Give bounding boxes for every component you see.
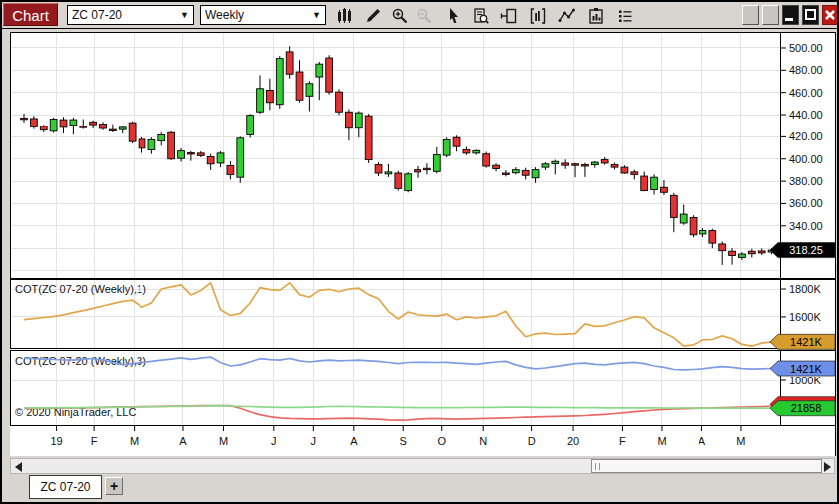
x-axis-label: N [479, 435, 487, 447]
price-axis-label: 480.00 [789, 64, 823, 76]
candle-body [453, 137, 460, 146]
close-button[interactable] [822, 5, 839, 25]
x-axis-label: J [311, 435, 317, 447]
candle-body [748, 251, 755, 254]
chart-style-icon[interactable] [332, 5, 356, 26]
candle-body [187, 153, 194, 154]
candle-body [21, 118, 28, 119]
zoom-out-icon [413, 5, 436, 26]
x-axis-label: A [699, 435, 706, 447]
candle-body [739, 254, 746, 257]
candle-body [129, 123, 136, 141]
x-axis-label: O [437, 435, 446, 447]
horizontal-scrollbar[interactable] [10, 458, 835, 474]
candle-body [30, 119, 37, 126]
candle-body [40, 126, 47, 130]
chevron-down-icon: ▼ [312, 10, 321, 20]
candle-body [286, 52, 293, 74]
blank-window-button [762, 5, 779, 25]
price-axis-label: 440.00 [789, 109, 823, 121]
candle-body [316, 64, 323, 77]
chart-window: Chart ZC 07-20 ▼ Weekly ▼ [0, 0, 839, 504]
cot1-axis-label: 1600K [789, 311, 821, 323]
candle-body [503, 173, 510, 174]
candle-body [651, 177, 658, 189]
data-box-icon[interactable] [469, 5, 493, 26]
candle-body [158, 134, 165, 140]
zoom-in-icon[interactable] [388, 5, 412, 26]
x-axis-label: J [271, 435, 277, 447]
instrument-dropdown[interactable]: ZC 07-20 ▼ [67, 5, 194, 25]
candle-body [542, 164, 549, 167]
candle-body [424, 168, 431, 169]
candle-body [572, 164, 579, 165]
thumb-grip-icon [595, 463, 600, 470]
candle-body [591, 162, 598, 165]
candle-body [631, 172, 638, 175]
candle-body [758, 251, 765, 253]
x-axis-label: 20 [567, 435, 579, 447]
cot3-axis-label: 1000K [789, 375, 821, 386]
candle-body [80, 126, 87, 127]
candle-body [512, 170, 519, 173]
candle-body [50, 120, 57, 131]
candle-body [483, 154, 490, 166]
candle-body [207, 157, 214, 164]
draw-pencil-icon[interactable] [361, 5, 385, 26]
candle-body [237, 138, 244, 177]
candle-body [719, 244, 726, 251]
candle-body [709, 231, 716, 244]
candle-body [168, 132, 175, 159]
candle-body [257, 89, 264, 112]
x-axis-label: M [736, 435, 745, 447]
candle-body [276, 59, 283, 105]
candle-body [139, 139, 145, 148]
candle-body [552, 161, 559, 163]
x-axis-label: M [130, 435, 139, 447]
candle-body [385, 172, 392, 174]
candle-body [355, 113, 362, 128]
scrollbar-thumb[interactable] [591, 459, 822, 473]
cot1-axis-label: 1800K [789, 283, 821, 295]
candle-body [433, 155, 440, 172]
chart-trader-icon[interactable] [497, 5, 521, 26]
scroll-left-icon[interactable] [15, 462, 22, 472]
x-axis-label: S [400, 435, 407, 447]
tab-zc-07-20[interactable]: ZC 07-20 [29, 475, 102, 499]
cot3-blue-marker-label: 1421K [790, 363, 822, 375]
candle-body [670, 195, 677, 217]
x-axis-label: D [528, 435, 536, 447]
candle-body [70, 120, 77, 126]
candle-body [582, 165, 589, 166]
x-axis-label: M [657, 435, 666, 447]
candle-body [493, 165, 500, 168]
chart-area[interactable]: COT(ZC 07-20 (Weekly),1)COT(ZC 07-20 (We… [2, 2, 839, 458]
tab-bar: ZC 07-20 + [2, 474, 837, 502]
period-dropdown-value: Weekly [205, 8, 308, 22]
candle-body [415, 170, 421, 172]
candle-body [60, 120, 67, 127]
cursor-icon[interactable] [442, 5, 466, 26]
x-axis-label: 19 [50, 435, 62, 447]
candle-body [699, 231, 706, 234]
add-tab-button[interactable]: + [105, 477, 123, 495]
scroll-right-icon[interactable] [824, 462, 831, 472]
last-price-marker-label: 318.25 [789, 244, 823, 256]
candle-body [532, 170, 539, 178]
minimize-button[interactable] [782, 5, 799, 25]
properties-icon[interactable] [584, 5, 608, 26]
window-title: Chart [3, 3, 58, 26]
candle-body [267, 90, 274, 102]
cot1-value-marker-label: 1421K [790, 336, 822, 348]
instrument-dropdown-value: ZC 07-20 [72, 8, 176, 22]
candle-body [178, 151, 185, 159]
candle-body [522, 170, 529, 175]
candle-body [473, 150, 480, 153]
line-tools-icon[interactable] [555, 5, 579, 26]
period-dropdown[interactable]: Weekly ▼ [200, 5, 326, 25]
candle-body [346, 112, 353, 127]
candle-body [601, 160, 608, 163]
maximize-button[interactable] [802, 5, 819, 25]
instrument-list-icon[interactable] [613, 5, 637, 26]
indicators-icon[interactable] [526, 5, 550, 26]
